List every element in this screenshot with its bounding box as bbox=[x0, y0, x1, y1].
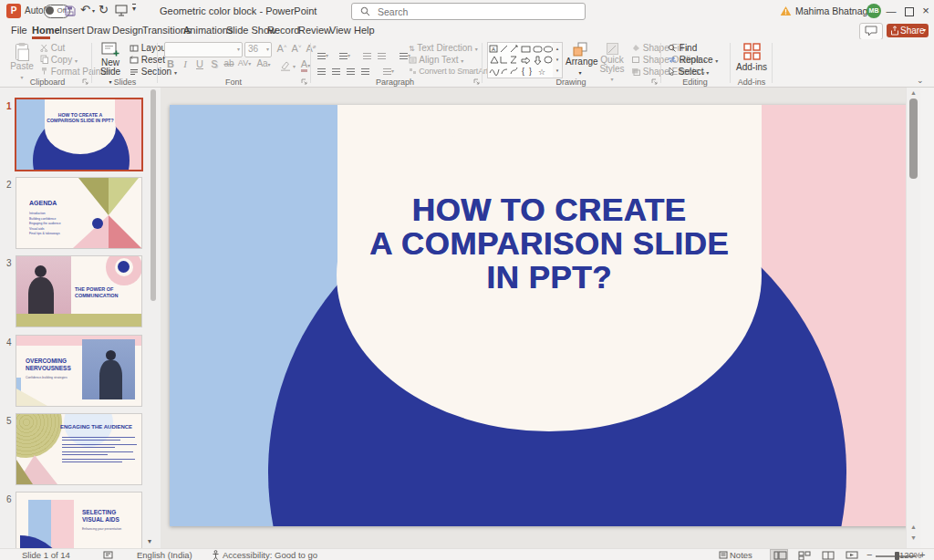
font-dialog-launcher-icon[interactable] bbox=[301, 78, 307, 85]
menu-design[interactable]: Design bbox=[112, 25, 143, 36]
warning-icon[interactable] bbox=[780, 5, 792, 16]
italic-button[interactable]: I bbox=[179, 58, 192, 69]
bold-button[interactable]: B bbox=[164, 58, 177, 69]
quick-access-toolbar-menu-icon[interactable]: ▾ bbox=[132, 4, 136, 13]
clear-formatting-button[interactable]: A⌀ bbox=[305, 43, 317, 54]
shapes-gallery[interactable]: A {}☆ bbox=[487, 42, 555, 78]
avatar[interactable]: MB bbox=[867, 4, 881, 18]
undo-icon[interactable]: ↶ bbox=[80, 3, 90, 16]
collapse-ribbon-icon[interactable]: ⌄ bbox=[917, 76, 924, 85]
strikethrough-button[interactable]: ab bbox=[223, 58, 235, 68]
clipboard-dialog-launcher-icon[interactable] bbox=[82, 78, 88, 85]
menu-draw[interactable]: Draw bbox=[87, 25, 110, 36]
text-direction-button[interactable]: ⇅ Text Direction ▾ bbox=[409, 43, 478, 53]
cut-button[interactable]: Cut bbox=[40, 43, 65, 53]
search-box[interactable] bbox=[351, 3, 586, 20]
slide-canvas[interactable]: HOW TO CREATE A COMPARISON SLIDE IN PPT? bbox=[170, 105, 918, 526]
slide-show-button[interactable] bbox=[843, 550, 859, 560]
columns-button[interactable]: ▾ bbox=[383, 60, 394, 77]
accessibility-status[interactable]: Accessibility: Good to go bbox=[223, 550, 317, 560]
menu-review[interactable]: Review bbox=[298, 25, 331, 36]
maximize-button[interactable] bbox=[905, 7, 914, 16]
menu-file[interactable]: File bbox=[11, 25, 27, 36]
align-left-button[interactable] bbox=[317, 60, 326, 77]
highlight-color-button[interactable] bbox=[279, 60, 292, 71]
convert-smartart-button[interactable]: Convert to SmartArt ▾ bbox=[409, 67, 493, 76]
increase-indent-button[interactable] bbox=[378, 45, 386, 61]
character-spacing-button[interactable]: AV▾ bbox=[237, 58, 252, 67]
menu-view[interactable]: View bbox=[329, 25, 351, 36]
menu-record[interactable]: Record bbox=[267, 25, 299, 36]
user-name[interactable]: Mahima Bhatnagar bbox=[795, 5, 877, 16]
previous-slide-icon[interactable]: ▲ bbox=[907, 524, 920, 530]
slide-thumbnail-3[interactable]: THE POWER OFCOMMUNICATION bbox=[16, 256, 141, 327]
paragraph-dialog-launcher-icon[interactable] bbox=[473, 78, 480, 85]
addins-group-label: Add-ins bbox=[715, 78, 788, 87]
thumbnail-scroll-down-icon[interactable]: ▾ bbox=[148, 537, 151, 545]
scrollbar-thumb[interactable] bbox=[909, 99, 918, 179]
search-input[interactable] bbox=[376, 5, 562, 18]
slide-sorter-view-button[interactable] bbox=[795, 550, 812, 560]
reset-button[interactable]: Reset bbox=[130, 55, 165, 65]
slide-thumbnail-1[interactable]: HOW TO CREATE A COMPARISON SLIDE IN PPT? bbox=[16, 99, 141, 170]
close-button[interactable]: × bbox=[916, 0, 934, 22]
justify-button[interactable] bbox=[361, 60, 369, 77]
align-center-button[interactable] bbox=[332, 60, 340, 77]
numbering-button[interactable]: ▾ bbox=[339, 45, 350, 61]
paste-button[interactable]: Paste bbox=[7, 42, 36, 81]
align-text-label: Align Text bbox=[419, 55, 458, 65]
grow-font-button[interactable]: A˄ bbox=[275, 43, 288, 54]
select-button[interactable]: Select ▾ bbox=[668, 67, 709, 77]
slide-number: 1 bbox=[6, 101, 12, 111]
slide-title-textbox[interactable]: HOW TO CREATE A COMPARISON SLIDE IN PPT? bbox=[321, 192, 777, 294]
normal-view-button[interactable] bbox=[771, 550, 787, 560]
thumb6-title: SELECTINGVISUAL AIDS bbox=[82, 509, 137, 524]
replace-button[interactable]: Replace ▾ bbox=[668, 55, 718, 65]
present-icon[interactable] bbox=[115, 5, 128, 16]
menu-insert[interactable]: Insert bbox=[59, 25, 85, 36]
language-indicator[interactable]: English (India) bbox=[137, 550, 192, 560]
comments-button[interactable] bbox=[859, 23, 883, 40]
svg-text:A: A bbox=[492, 47, 495, 52]
align-text-button[interactable]: Align Text ▾ bbox=[409, 55, 463, 65]
shapes-gallery-scroll[interactable]: ▴▾▾ bbox=[553, 42, 563, 78]
drawing-dialog-launcher-icon[interactable] bbox=[651, 78, 658, 85]
scroll-up-icon[interactable]: ▲ bbox=[907, 89, 920, 96]
redo-icon[interactable]: ↻ bbox=[99, 3, 109, 16]
slide-thumbnail-6[interactable]: SELECTINGVISUAL AIDS Enhancing your pres… bbox=[16, 493, 141, 548]
slide-thumbnail-4[interactable]: OVERCOMINGNERVOUSNESS Confidence-buildin… bbox=[16, 336, 141, 406]
font-name-combo[interactable]: ▾ bbox=[164, 42, 243, 57]
minimize-button[interactable]: — bbox=[881, 0, 901, 22]
zoom-out-button[interactable]: − bbox=[867, 549, 872, 560]
thumbnail-scrollbar[interactable] bbox=[150, 89, 156, 301]
powerpoint-logo-icon[interactable]: P bbox=[6, 4, 21, 18]
decrease-indent-button[interactable] bbox=[363, 45, 371, 61]
menu-bar: File Home Insert Draw Design Transitions… bbox=[0, 22, 934, 39]
undo-dropdown-icon[interactable]: ▾ bbox=[92, 7, 95, 14]
bullets-button[interactable]: ▾ bbox=[317, 45, 328, 61]
align-right-button[interactable] bbox=[347, 60, 355, 77]
share-button[interactable]: Share ▾ bbox=[887, 24, 929, 37]
save-icon[interactable] bbox=[64, 5, 76, 16]
font-size-combo[interactable]: 36▾ bbox=[244, 42, 272, 57]
powerpoint-window: P AutoSave Off ↶ ▾ ↻ ▾ Geometric color b… bbox=[0, 0, 934, 560]
menu-help[interactable]: Help bbox=[354, 25, 375, 36]
add-ins-button[interactable]: Add-ins bbox=[733, 43, 770, 72]
zoom-level[interactable]: 120% bbox=[899, 550, 921, 560]
text-shadow-button[interactable]: S bbox=[208, 58, 221, 69]
change-case-button[interactable]: Aa▾ bbox=[255, 58, 272, 68]
slide-thumbnail-5[interactable]: ENGAGING THE AUDIENCE bbox=[16, 414, 141, 484]
notes-button[interactable]: Notes bbox=[730, 550, 752, 560]
menu-home[interactable]: Home bbox=[32, 25, 60, 36]
main-vertical-scrollbar[interactable]: ▲ ▲ ▼ bbox=[906, 88, 920, 548]
slide-thumbnail-2[interactable]: AGENDA IntroductionBuilding confidenceEn… bbox=[16, 178, 141, 248]
next-slide-icon[interactable]: ▼ bbox=[907, 534, 920, 541]
find-button[interactable]: Find bbox=[668, 43, 697, 53]
shrink-font-button[interactable]: A˅ bbox=[290, 43, 303, 54]
slide-indicator[interactable]: Slide 1 of 14 bbox=[22, 550, 70, 560]
arrange-button[interactable]: Arrange bbox=[566, 42, 595, 77]
underline-button[interactable]: U bbox=[193, 58, 206, 69]
reading-view-button[interactable] bbox=[819, 550, 835, 560]
display-settings-icon[interactable] bbox=[103, 551, 113, 559]
copy-button[interactable]: Copy ▾ bbox=[40, 55, 78, 65]
